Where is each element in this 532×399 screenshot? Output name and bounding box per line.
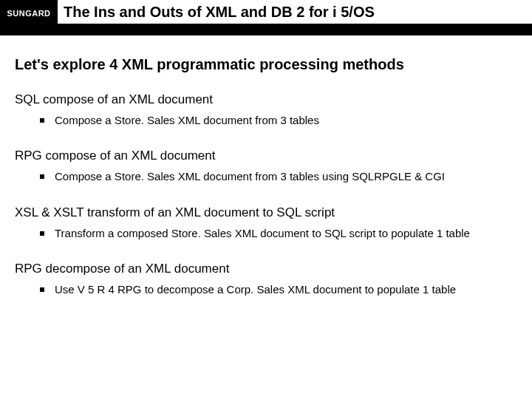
- section-heading: XSL & XSLT transform of an XML document …: [15, 205, 517, 220]
- bullet-text: Use V 5 R 4 RPG to decompose a Corp. Sal…: [55, 282, 456, 297]
- bullet-item: Transform a composed Store. Sales XML do…: [15, 226, 517, 241]
- bullet-item: Compose a Store. Sales XML document from…: [15, 113, 517, 128]
- content-area: Let's explore 4 XML programmatic process…: [0, 35, 532, 297]
- square-bullet-icon: [40, 174, 44, 179]
- section-heading: SQL compose of an XML document: [15, 92, 517, 107]
- bullet-text: Compose a Store. Sales XML document from…: [55, 169, 445, 184]
- section-3: XSL & XSLT transform of an XML document …: [15, 205, 517, 241]
- square-bullet-icon: [40, 118, 44, 123]
- brand-logo: SUNGARD: [0, 1, 58, 25]
- square-bullet-icon: [40, 287, 44, 292]
- section-1: SQL compose of an XML document Compose a…: [15, 92, 517, 128]
- section-heading: RPG compose of an XML document: [15, 149, 517, 163]
- bullet-text: Compose a Store. Sales XML document from…: [55, 113, 319, 128]
- bullet-text: Transform a composed Store. Sales XML do…: [55, 226, 470, 241]
- title-wrap: The Ins and Outs of XML and DB 2 for i 5…: [58, 0, 532, 24]
- bullet-item: Use V 5 R 4 RPG to decompose a Corp. Sal…: [15, 282, 517, 297]
- bullet-item: Compose a Store. Sales XML document from…: [15, 169, 517, 184]
- page-title: The Ins and Outs of XML and DB 2 for i 5…: [64, 4, 375, 21]
- subtitle: Let's explore 4 XML programmatic process…: [15, 56, 517, 73]
- section-heading: RPG decompose of an XML document: [15, 262, 517, 276]
- section-4: RPG decompose of an XML document Use V 5…: [15, 262, 517, 297]
- section-2: RPG compose of an XML document Compose a…: [15, 149, 517, 184]
- header-bar: SUNGARD The Ins and Outs of XML and DB 2…: [0, 0, 532, 35]
- square-bullet-icon: [40, 231, 44, 236]
